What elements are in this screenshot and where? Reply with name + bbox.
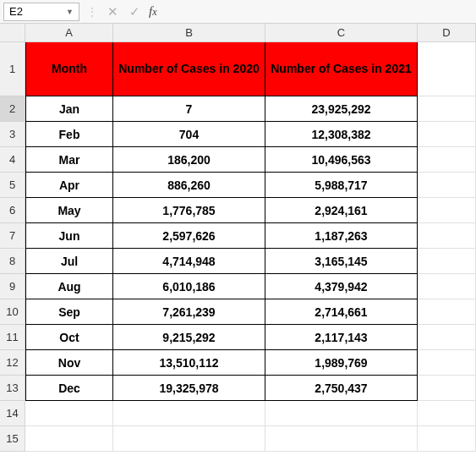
cell-2020-May[interactable]: 1,776,785	[113, 198, 265, 223]
cell-D3[interactable]	[418, 122, 476, 147]
row-header-15[interactable]: 15	[0, 426, 25, 452]
column-header-C[interactable]: C	[265, 24, 418, 42]
cell-month-Oct[interactable]: Oct	[25, 325, 113, 350]
cell-D14[interactable]	[418, 401, 476, 426]
row-header-8[interactable]: 8	[0, 249, 25, 274]
name-box-value: E2	[9, 5, 23, 18]
cell-2020-Dec[interactable]: 19,325,978	[113, 376, 265, 401]
cell-D12[interactable]	[418, 350, 476, 376]
row-header-11[interactable]: 11	[0, 325, 25, 350]
row-header-1[interactable]: 1	[0, 42, 25, 96]
cell-D11[interactable]	[418, 325, 476, 350]
cell-2020-Sep[interactable]: 7,261,239	[113, 299, 265, 325]
cell-2020-Nov[interactable]: 13,510,112	[113, 350, 265, 376]
cell-2021-Aug[interactable]: 4,379,942	[265, 274, 418, 299]
header-cases-2021[interactable]: Number of Cases in 2021	[265, 42, 418, 96]
cell-month-Apr[interactable]: Apr	[25, 173, 113, 198]
cell-month-Feb[interactable]: Feb	[25, 122, 113, 147]
name-box[interactable]: E2 ▼	[3, 3, 79, 21]
cell-D15[interactable]	[418, 426, 476, 452]
cell-month-Jan[interactable]: Jan	[25, 96, 113, 122]
cell-2021-Jan[interactable]: 23,925,292	[265, 96, 418, 122]
row-header-2[interactable]: 2	[0, 96, 25, 122]
cell-2021-Mar[interactable]: 10,496,563	[265, 147, 418, 173]
cell-month-Dec[interactable]: Dec	[25, 376, 113, 401]
row-header-7[interactable]: 7	[0, 223, 25, 249]
cell-D13[interactable]	[418, 376, 476, 401]
select-all-corner[interactable]	[0, 24, 25, 42]
cell-2021-Nov[interactable]: 1,989,769	[265, 350, 418, 376]
cancel-formula-button[interactable]: ✕	[105, 4, 120, 19]
row-header-9[interactable]: 9	[0, 274, 25, 299]
cell-2021-Jul[interactable]: 3,165,145	[265, 249, 418, 274]
fx-icon[interactable]: fx	[149, 4, 157, 19]
row-header-14[interactable]: 14	[0, 401, 25, 426]
cell-2020-Aug[interactable]: 6,010,186	[113, 274, 265, 299]
row-header-6[interactable]: 6	[0, 198, 25, 223]
row-header-3[interactable]: 3	[0, 122, 25, 147]
cell-2020-Oct[interactable]: 9,215,292	[113, 325, 265, 350]
cell-A15[interactable]	[25, 426, 113, 452]
cell-2020-Jun[interactable]: 2,597,626	[113, 223, 265, 249]
cell-2020-Jan[interactable]: 7	[113, 96, 265, 122]
cell-2021-Jun[interactable]: 1,187,263	[265, 223, 418, 249]
cell-2021-Sep[interactable]: 2,714,661	[265, 299, 418, 325]
formula-bar-row: E2 ▼ ⋮ ✕ ✓ fx	[0, 0, 476, 24]
cell-A14[interactable]	[25, 401, 113, 426]
cell-D9[interactable]	[418, 274, 476, 299]
chevron-down-icon[interactable]: ▼	[66, 8, 74, 16]
cell-2020-Mar[interactable]: 186,200	[113, 147, 265, 173]
cell-2021-Oct[interactable]: 2,117,143	[265, 325, 418, 350]
cell-2021-Feb[interactable]: 12,308,382	[265, 122, 418, 147]
cell-month-Aug[interactable]: Aug	[25, 274, 113, 299]
cell-2021-Dec[interactable]: 2,750,437	[265, 376, 418, 401]
row-header-5[interactable]: 5	[0, 173, 25, 198]
column-header-A[interactable]: A	[25, 24, 113, 42]
cell-month-Nov[interactable]: Nov	[25, 350, 113, 376]
column-header-D[interactable]: D	[418, 24, 476, 42]
cell-D7[interactable]	[418, 223, 476, 249]
cell-2020-Apr[interactable]: 886,260	[113, 173, 265, 198]
row-header-10[interactable]: 10	[0, 299, 25, 325]
header-month[interactable]: Month	[25, 42, 113, 96]
cell-D5[interactable]	[418, 173, 476, 198]
cell-month-Jun[interactable]: Jun	[25, 223, 113, 249]
cell-month-May[interactable]: May	[25, 198, 113, 223]
row-header-13[interactable]: 13	[0, 376, 25, 401]
header-cases-2020[interactable]: Number of Cases in 2020	[113, 42, 265, 96]
cell-month-Sep[interactable]: Sep	[25, 299, 113, 325]
cell-month-Jul[interactable]: Jul	[25, 249, 113, 274]
row-header-4[interactable]: 4	[0, 147, 25, 173]
cell-2020-Feb[interactable]: 704	[113, 122, 265, 147]
fx-icon-x: x	[152, 6, 156, 19]
column-header-B[interactable]: B	[113, 24, 265, 42]
cell-D2[interactable]	[418, 96, 476, 122]
cell-D10[interactable]	[418, 299, 476, 325]
accept-formula-button[interactable]: ✓	[127, 4, 142, 19]
separator: ⋮	[86, 5, 98, 19]
cell-month-Mar[interactable]: Mar	[25, 147, 113, 173]
cell-C15[interactable]	[265, 426, 418, 452]
cell-B14[interactable]	[113, 401, 265, 426]
cell-2021-May[interactable]: 2,924,161	[265, 198, 418, 223]
cell-D1[interactable]	[418, 42, 476, 96]
cell-D6[interactable]	[418, 198, 476, 223]
row-header-12[interactable]: 12	[0, 350, 25, 376]
cell-D8[interactable]	[418, 249, 476, 274]
spreadsheet-grid: ABCD1MonthNumber of Cases in 2020Number …	[0, 24, 476, 452]
cell-2021-Apr[interactable]: 5,988,717	[265, 173, 418, 198]
cell-2020-Jul[interactable]: 4,714,948	[113, 249, 265, 274]
cell-C14[interactable]	[265, 401, 418, 426]
cell-B15[interactable]	[113, 426, 265, 452]
cell-D4[interactable]	[418, 147, 476, 173]
formula-input[interactable]	[164, 3, 473, 21]
